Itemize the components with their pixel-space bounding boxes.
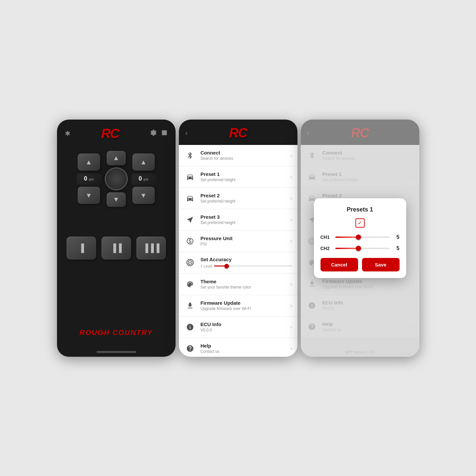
settings-icon[interactable] bbox=[150, 129, 157, 138]
connect-menu-text: Connect Search for devices bbox=[201, 150, 291, 161]
rc-logo-2: RC bbox=[229, 126, 247, 140]
preset3-menu-text: Preset 3 Set preferred height bbox=[201, 214, 291, 225]
dialog-buttons: Cancel Save bbox=[321, 258, 400, 271]
center-display bbox=[105, 167, 128, 190]
help-menu-icon bbox=[184, 343, 196, 354]
accuracy-title: Set Accuracy bbox=[201, 257, 292, 262]
svg-rect-0 bbox=[162, 130, 167, 135]
preset1-menu-icon bbox=[184, 171, 196, 183]
screen1-header: ✱ RC bbox=[57, 120, 176, 144]
svg-point-3 bbox=[189, 262, 191, 263]
pressure-menu-text: Pressure Unit PSI bbox=[201, 236, 291, 246]
ecu-subtitle: V0.0.0 bbox=[201, 328, 291, 332]
pressure-chevron: › bbox=[290, 238, 292, 244]
left-down-button[interactable]: ▼ bbox=[78, 187, 100, 204]
ch1-thumb[interactable] bbox=[356, 235, 361, 240]
ch1-row: CH1 5 bbox=[321, 234, 400, 240]
ch1-fill bbox=[335, 237, 357, 238]
connect-title: Connect bbox=[201, 150, 291, 155]
preset2-chevron: › bbox=[290, 195, 292, 201]
stop-icon[interactable] bbox=[161, 129, 168, 138]
rough-country-logo: ROUGH COUNTRY bbox=[57, 328, 176, 337]
bluetooth-icon[interactable]: ✱ bbox=[65, 129, 70, 137]
ch2-thumb[interactable] bbox=[356, 246, 361, 251]
theme-subtitle: Set your favorite theme color bbox=[201, 285, 291, 290]
ecu-menu-icon bbox=[184, 321, 196, 333]
menu-item-theme[interactable]: Theme Set your favorite theme color › bbox=[179, 274, 297, 295]
menu-item-accuracy[interactable]: Set Accuracy 1 Level bbox=[179, 252, 297, 274]
home-indicator bbox=[97, 351, 136, 353]
theme-chevron: › bbox=[290, 281, 292, 287]
preset1-title: Preset 1 bbox=[201, 171, 291, 177]
suspension-controls: ▲ 0 psi ▼ ▲ ▼ ▲ 0 psi bbox=[76, 151, 157, 207]
center-down-button[interactable]: ▼ bbox=[107, 192, 126, 207]
menu-item-firmware[interactable]: Firmware Update Upgrade firmware over Wi… bbox=[179, 295, 297, 317]
presets-dialog-screen: ‹ RC Connect Search for devices › bbox=[301, 120, 419, 357]
help-title: Help bbox=[201, 343, 291, 349]
menu-list: Connect Search for devices › Preset 1 Se… bbox=[179, 145, 297, 357]
ch2-row: CH2 5 bbox=[321, 245, 400, 251]
firmware-chevron: › bbox=[290, 303, 292, 309]
help-chevron: › bbox=[290, 346, 292, 351]
header-icons bbox=[150, 129, 168, 138]
dialog-title: Presets 1 bbox=[321, 206, 400, 213]
preset2-menu-text: Preset 2 Set preferred height bbox=[201, 193, 291, 204]
preset1-subtitle: Set preferred height bbox=[201, 178, 291, 182]
left-up-button[interactable]: ▲ bbox=[78, 154, 100, 171]
control-area: ▲ 0 psi ▼ ▲ ▼ ▲ 0 psi bbox=[57, 144, 176, 266]
mode1-button[interactable]: ▐ bbox=[67, 237, 96, 260]
menu-item-preset3[interactable]: Preset 3 Set preferred height › bbox=[179, 209, 297, 231]
cancel-button[interactable]: Cancel bbox=[321, 258, 358, 271]
menu-item-ecu[interactable]: ECU Info V0.0.0 › bbox=[179, 317, 297, 338]
ch2-slider[interactable] bbox=[335, 248, 390, 249]
mode3-button[interactable]: ▐▐▐ bbox=[136, 237, 166, 260]
ch1-label: CH1 bbox=[321, 235, 332, 240]
theme-menu-text: Theme Set your favorite theme color bbox=[201, 279, 291, 290]
menu-item-help[interactable]: Help Contact us › bbox=[179, 338, 297, 357]
firmware-menu-text: Firmware Update Upgrade firmware over Wi… bbox=[201, 300, 291, 311]
menu-item-pressure[interactable]: Pressure Unit PSI › bbox=[179, 231, 297, 252]
help-menu-text: Help Contact us bbox=[201, 343, 291, 354]
firmware-subtitle: Upgrade firmware over Wi-Fi bbox=[201, 306, 291, 311]
right-pressure: 0 psi bbox=[130, 173, 157, 185]
center-up-button[interactable]: ▲ bbox=[107, 151, 126, 165]
preset2-subtitle: Set preferred height bbox=[201, 199, 291, 204]
menu-item-connect[interactable]: Connect Search for devices › bbox=[179, 145, 297, 166]
menu-item-preset2[interactable]: Preset 2 Set preferred height › bbox=[179, 188, 297, 209]
pressure-title: Pressure Unit bbox=[201, 236, 291, 241]
left-controls: ▲ 0 psi ▼ bbox=[76, 154, 102, 204]
rc-logo: RC bbox=[101, 126, 119, 141]
right-down-button[interactable]: ▼ bbox=[132, 187, 155, 204]
ecu-menu-text: ECU Info V0.0.0 bbox=[201, 322, 291, 332]
mode2-button[interactable]: ▐▐ bbox=[101, 237, 131, 260]
center-controls: ▲ ▼ bbox=[105, 151, 128, 207]
firmware-title: Firmware Update bbox=[201, 300, 291, 306]
ch2-value: 5 bbox=[393, 245, 400, 251]
preset3-chevron: › bbox=[290, 217, 292, 223]
right-up-button[interactable]: ▲ bbox=[132, 154, 155, 171]
left-pressure: 0 psi bbox=[76, 173, 102, 185]
back-button[interactable]: ‹ bbox=[185, 129, 188, 137]
connect-subtitle: Search for devices bbox=[201, 156, 291, 161]
preset2-menu-icon bbox=[184, 192, 196, 204]
ch2-label: CH2 bbox=[321, 246, 332, 251]
dialog-checkbox[interactable]: ✓ bbox=[321, 218, 400, 228]
bluetooth-menu-icon bbox=[184, 150, 196, 161]
checkbox-icon[interactable]: ✓ bbox=[355, 218, 365, 228]
pressure-menu-icon bbox=[184, 235, 196, 247]
settings-menu-screen: ‹ RC Connect Search for devices › bbox=[179, 120, 297, 357]
connect-chevron: › bbox=[290, 153, 292, 158]
pressure-subtitle: PSI bbox=[201, 242, 291, 246]
preset1-menu-text: Preset 1 Set preferred height bbox=[201, 171, 291, 182]
mode-buttons: ▐ ▐▐ ▐▐▐ bbox=[67, 237, 166, 260]
presets1-dialog: Presets 1 ✓ CH1 5 CH2 5 bbox=[314, 198, 406, 278]
screen2-header: ‹ RC bbox=[179, 120, 297, 145]
preset2-title: Preset 2 bbox=[201, 193, 291, 198]
preset3-subtitle: Set preferred height bbox=[201, 220, 291, 225]
preset3-menu-icon bbox=[184, 214, 196, 226]
menu-item-preset1[interactable]: Preset 1 Set preferred height › bbox=[179, 166, 297, 188]
accuracy-menu-text: Set Accuracy 1 Level bbox=[201, 257, 292, 269]
ch1-slider[interactable] bbox=[335, 237, 390, 238]
preset3-title: Preset 3 bbox=[201, 214, 291, 220]
save-button[interactable]: Save bbox=[362, 258, 400, 271]
